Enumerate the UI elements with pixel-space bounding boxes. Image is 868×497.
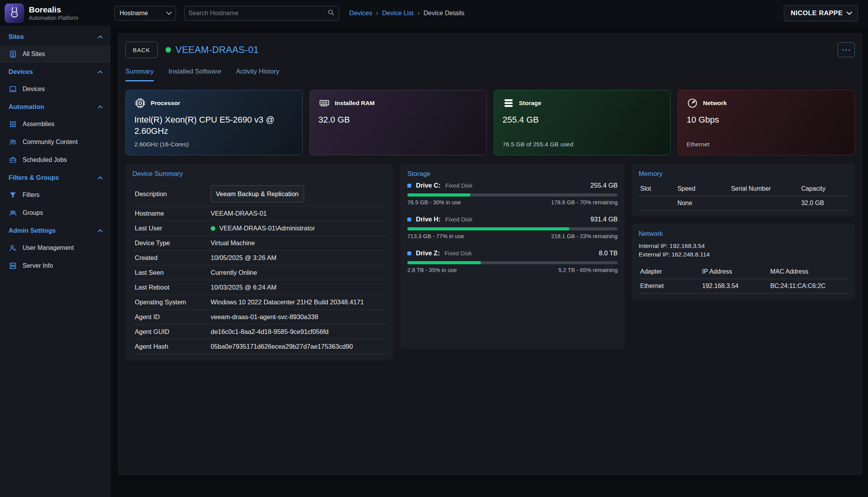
drive-size: 255.4 GB (590, 182, 618, 189)
main-area: BACK VEEAM-DRAAS-01 ⋯ Summary Installed … (111, 26, 868, 497)
ram-value: 32.0 GB (319, 114, 478, 126)
row-value: Virtual Machine (211, 239, 255, 247)
tab-activity-history[interactable]: Activity History (236, 68, 279, 81)
row-label: Last Seen (135, 269, 211, 276)
ellipsis-icon: ⋯ (842, 45, 851, 54)
drive-used: 76.5 GB - 30% in use (407, 199, 461, 205)
title-row: BACK VEEAM-DRAAS-01 ⋯ (125, 41, 855, 58)
description-input[interactable] (211, 185, 304, 202)
sidebar-item-community-content[interactable]: Community Content (0, 133, 111, 151)
row-label: Created (135, 254, 211, 262)
table-row-agent-guid: Agent GUID de16c0c1-8aa2-4d18-9585-9ce91… (132, 325, 386, 339)
drive-remaining: 5.2 TB - 65% remaining (558, 267, 618, 273)
adapter-ip: 192.168.3.54 (702, 283, 770, 290)
row-value: Currently Online (211, 269, 257, 276)
row-label: Operating System (135, 299, 211, 306)
breadcrumb: Devices › Device List › Device Details (349, 9, 465, 17)
column-header: Serial Number (731, 185, 801, 192)
drive-c-block: Drive C: Fixed Disk 255.4 GB 76.5 GB - 3… (407, 182, 618, 205)
user-menu-label: NICOLE RAPPE (791, 9, 843, 17)
row-label: Last Reboot (135, 284, 211, 291)
back-button[interactable]: BACK (125, 42, 158, 58)
tab-summary[interactable]: Summary (125, 68, 154, 81)
body-row: Sites All Sites Devices (0, 26, 868, 497)
memory-capacity: 32.0 GB (801, 200, 847, 207)
user-icon (9, 244, 17, 252)
table-row-agent-id: Agent ID veeam-draas-01-agent-svc-8930a3… (132, 310, 386, 325)
search-icon[interactable] (327, 9, 335, 18)
sidebar-section-sites[interactable]: Sites (0, 28, 111, 45)
right-column: Memory Slot Speed Serial Number Capacity… (632, 164, 855, 300)
network-table: Adapter IP Address MAC Address Ethernet … (639, 265, 848, 293)
sidebar-item-label: Server Info (23, 262, 53, 269)
sidebar-item-label: Groups (23, 209, 43, 216)
network-table-header: Adapter IP Address MAC Address (639, 265, 848, 279)
drive-h-block: Drive H: Fixed Disk 931.4 GB 713.3 GB - … (407, 216, 618, 239)
chevron-down-icon (847, 9, 852, 15)
sidebar-section-admin-settings[interactable]: Admin Settings (0, 222, 111, 239)
chevron-up-icon (98, 35, 103, 40)
drive-bullet-icon (407, 218, 411, 221)
ram-card: Installed RAM 32.0 GB (310, 90, 487, 155)
drive-size: 931.4 GB (590, 216, 618, 223)
card-head: Processor (134, 97, 294, 109)
panel-title: Memory (639, 170, 848, 178)
sidebar-item-user-management[interactable]: User Management (0, 239, 111, 257)
sidebar-item-label: Assemblies (23, 121, 55, 128)
brand-name: Borealis (29, 5, 78, 14)
user-menu-button[interactable]: NICOLE RAPPE (784, 5, 858, 21)
card-head: Installed RAM (319, 97, 478, 109)
storage-panel: Storage Drive C: Fixed Disk 255.4 GB (400, 164, 625, 349)
sidebar-item-label: Filters (23, 191, 40, 198)
search-input[interactable] (188, 10, 327, 17)
processor-card: Processor Intel(R) Xeon(R) CPU E5-2690 v… (125, 90, 303, 155)
sidebar-item-server-info[interactable]: Server Info (0, 257, 111, 275)
panel-title: Network (639, 230, 848, 238)
row-label: Agent ID (135, 313, 211, 321)
network-table-row: Ethernet 192.168.3.54 BC:24:11:CA:C6:2C (639, 279, 848, 293)
network-gauge-icon (687, 97, 698, 109)
network-subtext: Ethernet (687, 141, 846, 148)
tab-installed-software[interactable]: Installed Software (169, 68, 221, 81)
table-row-description: Description (132, 182, 386, 206)
search-box (184, 6, 339, 21)
adapter-mac: BC:24:11:CA:C6:2C (770, 283, 847, 290)
sidebar-item-filters[interactable]: Filters (0, 186, 111, 204)
drive-remaining: 218.1 GB - 23% remaining (551, 233, 618, 239)
online-status-dot (211, 226, 215, 231)
drive-type: Fixed Disk (445, 182, 472, 189)
more-options-button[interactable]: ⋯ (838, 42, 855, 57)
row-label: Last User (135, 225, 211, 232)
row-label: Agent Hash (135, 343, 211, 350)
sidebar-item-scheduled-jobs[interactable]: Scheduled Jobs (0, 151, 111, 169)
network-card: Network 10 Gbps Ethernet (678, 90, 855, 155)
groups-icon (9, 209, 17, 217)
column-header: Adapter (640, 268, 702, 275)
sidebar-item-all-sites[interactable]: All Sites (0, 45, 111, 63)
storage-card: Storage 255.4 GB 76.5 GB of 255.4 GB use… (494, 90, 671, 155)
breadcrumb-devices[interactable]: Devices (349, 9, 372, 17)
storage-value: 255.4 GB (503, 114, 662, 126)
hostname-filter-dropdown[interactable]: Hostname (114, 6, 176, 21)
drive-size: 8.0 TB (599, 249, 618, 257)
sidebar-item-label: Devices (23, 86, 45, 93)
drive-name: Drive Z: (416, 249, 440, 257)
card-title: Processor (151, 100, 180, 107)
sidebar-section-devices[interactable]: Devices (0, 63, 111, 80)
rabbit-icon (8, 6, 21, 21)
sidebar-item-label: Community Content (23, 139, 77, 146)
briefcase-icon (9, 156, 17, 164)
network-value: 10 Gbps (687, 114, 846, 126)
sidebar-section-automation[interactable]: Automation (0, 98, 111, 115)
sidebar-item-groups[interactable]: Groups (0, 204, 111, 222)
breadcrumb-device-list[interactable]: Device List (382, 9, 414, 17)
column-header: IP Address (702, 268, 770, 275)
grid-icon (9, 120, 17, 128)
section-label: Devices (9, 68, 33, 76)
network-panel: Network Internal IP: 192.168.3.54 Extern… (632, 224, 855, 300)
sidebar-item-devices[interactable]: Devices (0, 80, 111, 98)
drive-usage-fill (407, 227, 569, 230)
breadcrumb-device-details: Device Details (423, 9, 464, 17)
sidebar-item-assemblies[interactable]: Assemblies (0, 115, 111, 133)
sidebar-section-filters-groups[interactable]: Filters & Groups (0, 169, 111, 186)
